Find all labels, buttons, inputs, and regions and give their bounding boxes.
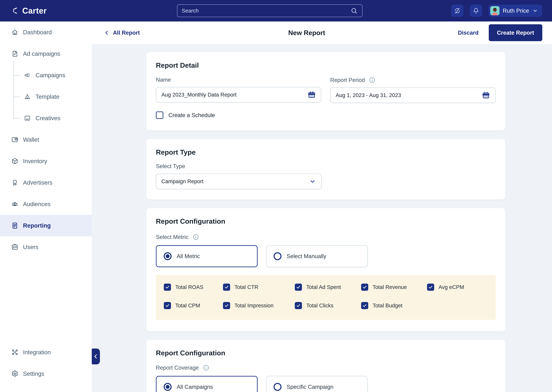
checkbox-checked-icon <box>361 284 368 291</box>
all-campaigns-radio-option[interactable]: All Campaigns <box>156 376 258 392</box>
metric-checkbox-total-cpm[interactable]: Total CPM <box>164 302 200 309</box>
report-period-label: Report Period <box>330 77 365 83</box>
sidebar: Dashboard Ad campaigns <box>0 21 92 392</box>
radio-selected-icon <box>164 252 172 260</box>
sidebar-item-settings[interactable]: Settings <box>0 363 92 385</box>
coverage-configuration-card: Report Configuration Report Coverage All <box>146 340 505 392</box>
radio-selected-icon <box>164 383 172 391</box>
calendar-icon[interactable] <box>482 91 490 99</box>
brand-name: Carter <box>22 6 47 15</box>
info-icon[interactable] <box>202 364 210 371</box>
sidebar-item-inventory[interactable]: Inventory <box>0 150 92 172</box>
id-badge-icon <box>11 243 19 251</box>
create-schedule-checkbox[interactable]: Create a Schedule <box>156 112 496 119</box>
top-navbar: Carter <box>0 0 552 21</box>
radio-unselected-icon <box>274 252 282 260</box>
bell-icon <box>473 7 479 14</box>
report-period-input[interactable]: Aug 1, 2023 - Aug 31, 2023 <box>330 87 496 103</box>
metric-checkbox-total-revenue[interactable]: Total Revenue <box>361 284 407 291</box>
metric-configuration-card: Report Configuration Select Metric All M <box>146 208 505 331</box>
avatar <box>490 6 499 15</box>
search-icon[interactable] <box>350 7 358 14</box>
checkbox-checked-icon <box>164 284 171 291</box>
metric-checkbox-total-roas[interactable]: Total ROAS <box>164 284 203 291</box>
discard-button[interactable]: Discard <box>458 29 478 36</box>
megaphone-icon <box>24 72 31 79</box>
checkbox-checked-icon <box>223 302 230 309</box>
sidebar-item-creatives[interactable]: Creatives <box>0 107 92 129</box>
chevron-down-icon <box>309 178 316 185</box>
card-title: Report Type <box>156 148 496 156</box>
report-name-input[interactable]: Aug 2023_Monthly Data Report <box>156 87 321 103</box>
metric-checkbox-total-ctr[interactable]: Total CTR <box>223 284 258 291</box>
all-metric-radio-option[interactable]: All Metric <box>156 245 258 267</box>
box-icon <box>11 157 19 165</box>
checkbox-checked-icon <box>223 284 230 291</box>
calendar-icon[interactable] <box>308 91 316 99</box>
brand-logo[interactable]: Carter <box>11 6 47 15</box>
page-header: All Report New Report Discard Create Rep… <box>92 21 552 44</box>
nodes-icon <box>11 348 19 356</box>
sidebar-item-users[interactable]: Users <box>0 236 92 258</box>
report-type-card: Report Type Select Type Campaign Report <box>146 139 505 199</box>
metric-checkbox-total-budget[interactable]: Total Budget <box>361 302 402 309</box>
home-icon <box>11 28 19 36</box>
main-area: All Report New Report Discard Create Rep… <box>92 21 552 392</box>
metric-checkbox-total-impression[interactable]: Total Impression <box>223 302 274 309</box>
sidebar-item-template[interactable]: Template <box>0 86 92 107</box>
info-icon[interactable] <box>192 233 199 241</box>
carter-logo-icon <box>11 7 20 15</box>
name-label: Name <box>156 77 321 83</box>
wallet-icon <box>11 136 19 143</box>
sync-status-button[interactable] <box>451 5 463 17</box>
chevron-down-icon <box>532 8 538 14</box>
tent-icon <box>24 93 31 100</box>
search-bar <box>177 4 363 17</box>
page-content: Report Detail Name Aug 2023_Monthly Data… <box>92 44 552 392</box>
checkbox-checked-icon <box>295 302 302 309</box>
info-icon[interactable] <box>369 77 376 84</box>
report-coverage-label: Report Coverage <box>156 364 199 371</box>
metric-checkbox-total-clicks[interactable]: Total Clicks <box>295 302 333 309</box>
app-window: Carter <box>0 0 552 392</box>
card-title: Report Detail <box>156 61 496 69</box>
page-title: New Report <box>288 29 325 36</box>
sidebar-item-dashboard[interactable]: Dashboard <box>0 21 92 43</box>
report-icon <box>11 222 19 229</box>
report-type-dropdown[interactable]: Campaign Report <box>156 174 322 189</box>
radio-unselected-icon <box>274 383 282 391</box>
search-input[interactable] <box>182 8 350 14</box>
select-metric-label: Select Metric <box>156 234 188 240</box>
create-report-button[interactable]: Create Report <box>489 24 542 41</box>
checkbox-checked-icon <box>361 302 368 309</box>
metrics-panel: Total ROAS Total CTR Total Ad Spent <box>156 275 496 320</box>
people-icon <box>11 200 19 208</box>
report-detail-card: Report Detail Name Aug 2023_Monthly Data… <box>146 52 505 130</box>
checkbox-checked-icon <box>295 284 302 291</box>
sidebar-item-wallet[interactable]: Wallet <box>0 129 92 150</box>
sync-check-icon <box>454 7 461 14</box>
sidebar-item-reporting[interactable]: Reporting <box>0 215 92 236</box>
file-check-icon <box>11 50 19 57</box>
notifications-button[interactable] <box>470 5 482 17</box>
sidebar-item-audiences[interactable]: Audiences <box>0 193 92 215</box>
card-title: Report Configuration <box>156 349 496 357</box>
select-manually-radio-option[interactable]: Select Manually <box>266 245 368 267</box>
topbar-actions: Ruth Price <box>451 5 542 17</box>
chevron-left-icon <box>104 30 110 35</box>
checkbox-checked-icon <box>427 284 434 291</box>
back-to-all-report[interactable]: All Report <box>104 29 140 36</box>
award-icon <box>11 179 19 186</box>
specific-campaign-radio-option[interactable]: Specific Campaign <box>266 376 368 392</box>
sidebar-item-advertisers[interactable]: Advertisers <box>0 172 92 193</box>
chevron-left-icon <box>92 353 99 360</box>
sidebar-item-campaigns[interactable]: Campaigns <box>0 64 92 86</box>
metric-checkbox-total-ad-spent[interactable]: Total Ad Spent <box>295 284 341 291</box>
card-title: Report Configuration <box>156 217 496 225</box>
sidebar-collapse-button[interactable] <box>92 349 100 364</box>
user-name: Ruth Price <box>503 7 529 14</box>
checkbox-checked-icon <box>164 302 171 309</box>
metric-checkbox-avg-ecpm[interactable]: Avg eCPM <box>427 284 464 291</box>
sidebar-item-integration[interactable]: Integration <box>0 342 92 363</box>
user-menu[interactable]: Ruth Price <box>489 5 542 17</box>
